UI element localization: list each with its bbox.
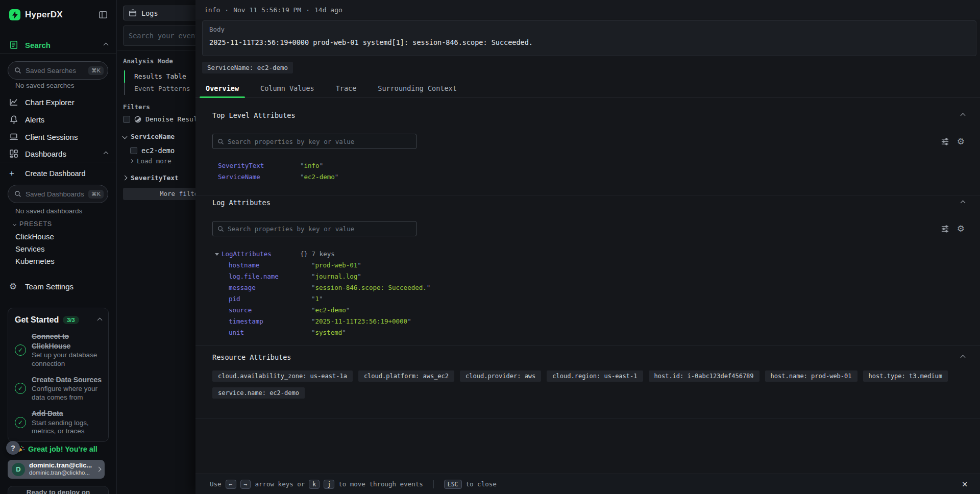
preset-services[interactable]: Services (15, 244, 45, 253)
attr-value[interactable]: ec2-demo (311, 306, 350, 314)
attr-value[interactable]: journal.log (311, 273, 361, 280)
attr-value[interactable]: prod-web-01 (311, 261, 361, 269)
attr-key[interactable]: source (229, 305, 311, 316)
checkbox[interactable] (130, 147, 137, 154)
tab-column-values[interactable]: Column Values (254, 81, 321, 97)
check-circle-icon: ✓ (15, 383, 26, 394)
attr-value[interactable]: 1 (311, 295, 323, 303)
resource-chip[interactable]: cloud.platform: aws_ec2 (358, 370, 454, 382)
top-level-attributes-table: SeverityText info ServiceName ec2-demo (218, 160, 965, 183)
collapse-sidebar-icon[interactable] (99, 10, 108, 19)
avatar: D (12, 463, 25, 476)
attr-key[interactable]: timestamp (229, 316, 311, 327)
gear-icon[interactable]: ⚙ (957, 225, 965, 233)
facet-value-ec2-demo[interactable]: ec2-demo (130, 146, 175, 155)
property-search-box[interactable] (212, 134, 416, 149)
property-search-box[interactable] (212, 221, 416, 236)
brand-row[interactable]: HyperDX (9, 9, 108, 20)
sidebar-item-label: Dashboards (25, 150, 66, 158)
preset-kubernetes[interactable]: Kubernetes (15, 257, 55, 265)
logs-search-panel: Logs Analysis Mode Results Table Event P… (117, 0, 199, 494)
gear-icon: ⚙ (9, 282, 18, 291)
saved-dashboards-field[interactable] (26, 190, 84, 198)
sidebar-item-client-sessions[interactable]: Client Sessions (9, 131, 108, 143)
load-more-button[interactable]: Load more (130, 157, 172, 165)
attr-key[interactable]: message (229, 282, 311, 293)
attr-value[interactable]: 2025-11-11T23:56:19+0000 (311, 317, 411, 325)
service-tag-chip[interactable]: ServiceName: ec2-demo (202, 62, 293, 73)
attr-value[interactable]: ec2-demo (300, 173, 338, 181)
property-search-input[interactable] (228, 225, 411, 233)
attr-key[interactable]: unit (229, 327, 311, 338)
section-title: Top Level Attributes (212, 111, 296, 119)
tab-overview[interactable]: Overview (200, 81, 245, 97)
no-saved-dashboards-text: No saved dashboards (15, 207, 82, 215)
denoise-icon (134, 116, 141, 123)
attr-value[interactable]: info (300, 162, 323, 169)
collapse-section-icon[interactable] (961, 200, 966, 205)
attr-key[interactable]: pid (229, 293, 311, 305)
resource-chip[interactable]: service.name: ec2-demo (212, 387, 305, 399)
resource-chip[interactable]: cloud.availability_zone: us-east-1a (212, 370, 353, 382)
checkbox[interactable] (123, 116, 130, 123)
get-started-step[interactable]: ✓ Create Data Sources Configure where yo… (15, 375, 102, 402)
resource-chip[interactable]: host.name: prod-web-01 (765, 370, 857, 382)
close-icon[interactable]: × (962, 479, 968, 489)
saved-searches-field[interactable] (26, 67, 84, 75)
attr-value[interactable]: systemd (311, 329, 346, 336)
resource-chip[interactable]: host.id: i-0abc123def456789 (649, 370, 760, 382)
source-selector-label: Logs (141, 9, 158, 17)
attr-key[interactable]: LogAttributes (222, 249, 272, 260)
step-desc: Start sending logs, metrics, or traces (32, 419, 102, 436)
user-menu[interactable]: D dominic.tran@clic... dominic.tran@clic… (8, 460, 105, 479)
chevron-right-icon (122, 176, 128, 181)
no-saved-searches-text: No saved searches (15, 82, 75, 89)
attr-key[interactable]: SeverityText (218, 160, 300, 171)
line-format-icon[interactable] (941, 225, 949, 233)
attr-key[interactable]: log.file.name (229, 271, 311, 282)
saved-dashboards-input[interactable]: ⌘K (8, 185, 108, 203)
attr-key[interactable]: ServiceName (218, 171, 300, 183)
presets-toggle[interactable]: PRESETS (13, 220, 52, 228)
line-format-icon[interactable] (941, 137, 949, 146)
facet-servicename[interactable]: ServiceName (123, 133, 175, 140)
log-attributes-table: hostname prod-web-01 log.file.name journ… (229, 260, 965, 338)
sidebar-item-label: Alerts (25, 115, 44, 124)
create-dashboard-button[interactable]: + Create Dashboard (9, 167, 108, 180)
attr-value[interactable]: session-846.scope: Succeeded. (311, 284, 430, 291)
mode-results-table[interactable]: Results Table (124, 70, 190, 83)
sidebar-item-dashboards[interactable]: Dashboards (9, 147, 108, 160)
collapse-section-icon[interactable] (961, 113, 966, 118)
gear-icon[interactable]: ⚙ (957, 137, 965, 146)
get-started-step[interactable]: ✓ Connect to ClickHouse Set up your data… (15, 332, 102, 368)
sidebar-item-chart-explorer[interactable]: Chart Explorer (9, 96, 108, 108)
chevron-up-icon[interactable] (97, 317, 103, 323)
section-resource-attributes: Resource Attributes cloud.availability_z… (195, 346, 980, 418)
braces-icon: {} (300, 250, 308, 258)
mode-event-patterns[interactable]: Event Patterns (124, 83, 190, 95)
resource-chip[interactable]: cloud.region: us-east-1 (547, 370, 643, 382)
saved-searches-input[interactable]: ⌘K (8, 61, 108, 80)
sidebar-item-search[interactable]: Search (9, 39, 108, 51)
sidebar-item-alerts[interactable]: Alerts (9, 113, 108, 126)
attr-key[interactable]: hostname (229, 260, 311, 271)
tab-surrounding-context[interactable]: Surrounding Context (372, 81, 462, 97)
denoise-results-toggle[interactable]: Denoise Results (123, 115, 205, 123)
resource-chip[interactable]: cloud.provider: aws (460, 370, 541, 382)
create-dashboard-label: Create Dashboard (25, 169, 86, 178)
presets-label: PRESETS (19, 220, 52, 228)
facet-severitytext[interactable]: SeverityText (123, 174, 179, 182)
get-started-step[interactable]: ✓ Add Data Start sending logs, metrics, … (15, 409, 102, 436)
resource-chip[interactable]: host.type: t3.medium (863, 370, 948, 382)
step-desc: Set up your database connection (32, 351, 102, 368)
property-search-input[interactable] (228, 138, 411, 145)
log-attributes-root[interactable]: LogAttributes {} 7 keys (215, 249, 965, 260)
dashboards-grid-icon (9, 149, 18, 158)
collapse-section-icon[interactable] (961, 355, 966, 360)
preset-clickhouse[interactable]: ClickHouse (15, 232, 54, 241)
key-count: 7 keys (312, 250, 335, 258)
sidebar-item-team-settings[interactable]: ⚙ Team Settings (9, 280, 108, 292)
tab-trace[interactable]: Trace (330, 81, 363, 97)
event-body-card: Body 2025-11-11T23:56:19+0000 prod-web-0… (202, 20, 976, 56)
help-button[interactable]: ? (6, 441, 20, 455)
